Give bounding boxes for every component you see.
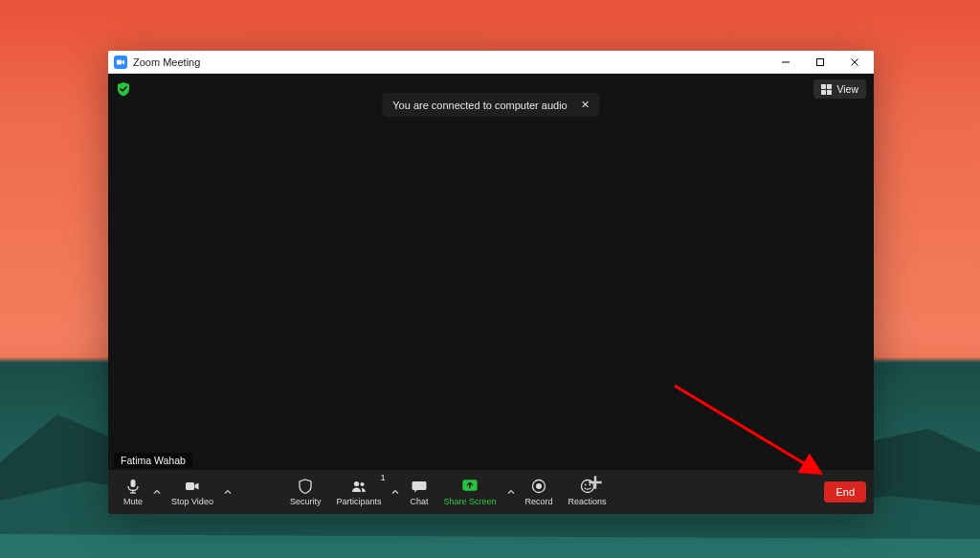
chevron-up-icon	[391, 488, 399, 496]
participants-label: Participants	[336, 497, 381, 506]
maximize-button[interactable]	[803, 51, 837, 74]
chat-label: Chat	[410, 497, 428, 506]
record-label: Record	[525, 497, 553, 506]
svg-rect-8	[827, 90, 832, 95]
meeting-toolbar: Mute Stop Video Security 1 Participants	[108, 470, 874, 514]
chat-bubble-icon	[411, 478, 428, 495]
end-meeting-button[interactable]: End	[824, 481, 866, 502]
reactions-button[interactable]: Reactions	[561, 470, 614, 514]
window-titlebar: Zoom Meeting	[108, 51, 874, 74]
view-grid-icon	[821, 84, 832, 95]
participants-count-badge: 1	[381, 473, 386, 482]
participants-options-caret[interactable]	[389, 470, 402, 514]
toast-close-button[interactable]: ✕	[581, 99, 590, 111]
meeting-video-area: View You are connected to computer audio…	[108, 74, 874, 514]
mute-button[interactable]: Mute	[116, 470, 150, 514]
svg-point-14	[360, 481, 364, 485]
toast-message: You are connected to computer audio	[392, 100, 567, 111]
microphone-icon	[124, 478, 142, 495]
participants-icon	[350, 478, 368, 495]
svg-rect-6	[827, 84, 832, 89]
svg-point-18	[536, 483, 542, 489]
share-options-caret[interactable]	[504, 470, 518, 514]
security-label: Security	[290, 497, 322, 506]
zoom-meeting-window: Zoom Meeting View You are connected to c…	[108, 51, 874, 514]
share-screen-label: Share Screen	[443, 497, 496, 506]
svg-rect-9	[131, 480, 136, 487]
chevron-up-icon	[224, 488, 232, 496]
svg-rect-5	[821, 84, 826, 89]
shield-icon	[297, 478, 314, 495]
share-screen-icon	[461, 478, 479, 495]
chevron-up-icon	[153, 488, 161, 496]
reactions-label: Reactions	[568, 497, 607, 506]
mute-options-caret[interactable]	[150, 470, 164, 514]
svg-point-13	[354, 480, 359, 485]
participants-button[interactable]: 1 Participants	[328, 470, 389, 514]
plus-icon	[587, 474, 604, 491]
encryption-shield-icon[interactable]	[115, 80, 132, 98]
share-screen-button[interactable]: Share Screen	[435, 470, 503, 514]
stop-video-label: Stop Video	[171, 497, 213, 506]
mute-label: Mute	[123, 497, 143, 506]
video-camera-icon	[184, 478, 201, 495]
security-button[interactable]: Security	[282, 470, 329, 514]
video-options-caret[interactable]	[221, 470, 234, 514]
zoom-logo-icon	[114, 56, 127, 69]
participant-name-label: Fatima Wahab	[114, 453, 192, 468]
close-button[interactable]	[837, 51, 872, 74]
svg-rect-0	[117, 59, 122, 64]
window-title: Zoom Meeting	[133, 56, 200, 68]
view-button[interactable]: View	[813, 79, 866, 99]
stop-video-button[interactable]: Stop Video	[164, 470, 221, 514]
chat-button[interactable]: Chat	[402, 470, 435, 514]
record-icon	[530, 478, 547, 495]
view-label: View	[836, 83, 858, 95]
svg-rect-12	[186, 482, 194, 490]
chevron-up-icon	[507, 488, 515, 496]
minimize-button[interactable]	[768, 51, 803, 74]
record-button[interactable]: Record	[518, 470, 561, 514]
end-label: End	[835, 486, 855, 498]
audio-connected-toast: You are connected to computer audio ✕	[382, 93, 599, 117]
svg-rect-7	[821, 90, 826, 95]
svg-rect-2	[817, 58, 824, 65]
